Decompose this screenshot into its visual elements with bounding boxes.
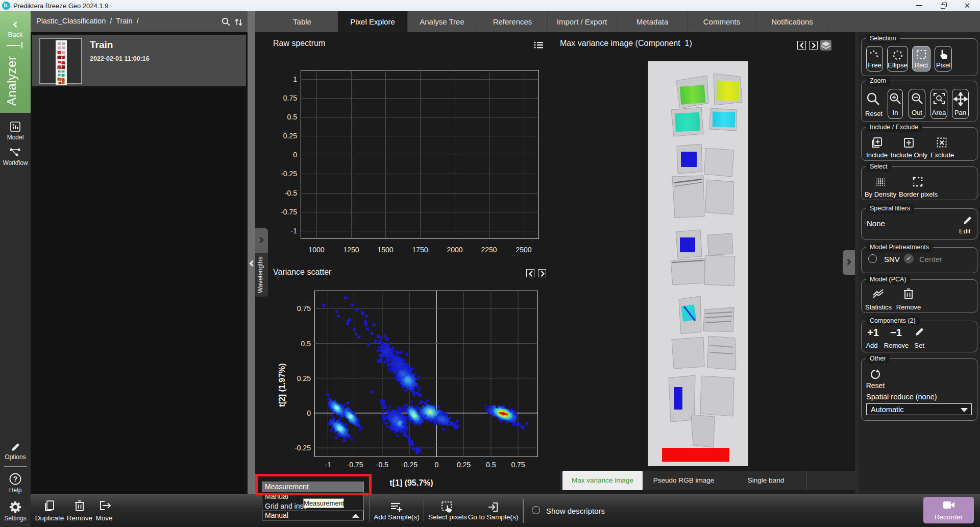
- svg-text:0: 0: [307, 409, 311, 417]
- svg-text:1000: 1000: [308, 246, 324, 254]
- svg-text:0.5: 0.5: [287, 113, 298, 121]
- svg-text:0: 0: [434, 461, 438, 469]
- svg-text:2500: 2500: [516, 246, 531, 254]
- svg-text:1750: 1750: [412, 246, 428, 254]
- svg-text:1500: 1500: [377, 246, 393, 254]
- svg-text:0: 0: [293, 151, 297, 159]
- svg-text:0.75: 0.75: [283, 94, 297, 102]
- svg-text:0.5: 0.5: [301, 340, 311, 348]
- svg-text:0.5: 0.5: [486, 461, 496, 469]
- svg-text:0.75: 0.75: [297, 304, 311, 313]
- svg-text:2000: 2000: [447, 246, 462, 254]
- svg-text:0.25: 0.25: [297, 374, 311, 382]
- svg-text:1: 1: [293, 75, 297, 83]
- svg-text:0.25: 0.25: [283, 132, 297, 140]
- svg-text:-1: -1: [291, 227, 298, 235]
- svg-text:-1: -1: [325, 461, 331, 469]
- svg-text:2250: 2250: [481, 246, 497, 254]
- svg-text:-0.25: -0.25: [281, 170, 297, 178]
- svg-text:-0.75: -0.75: [281, 208, 297, 216]
- svg-text:?: ?: [13, 475, 18, 483]
- svg-text:0.25: 0.25: [457, 461, 471, 469]
- svg-text:-0.25: -0.25: [295, 444, 311, 452]
- svg-text:t[2] (1.97%): t[2] (1.97%): [278, 363, 286, 406]
- svg-text:t[1] (95.7%): t[1] (95.7%): [389, 478, 433, 487]
- svg-text:1250: 1250: [343, 246, 359, 254]
- svg-text:-0.5: -0.5: [376, 461, 388, 469]
- svg-text:-0.75: -0.75: [347, 461, 363, 469]
- svg-text:0.75: 0.75: [511, 461, 525, 469]
- svg-text:-0.25: -0.25: [401, 461, 418, 469]
- svg-text:-0.5: -0.5: [285, 189, 297, 197]
